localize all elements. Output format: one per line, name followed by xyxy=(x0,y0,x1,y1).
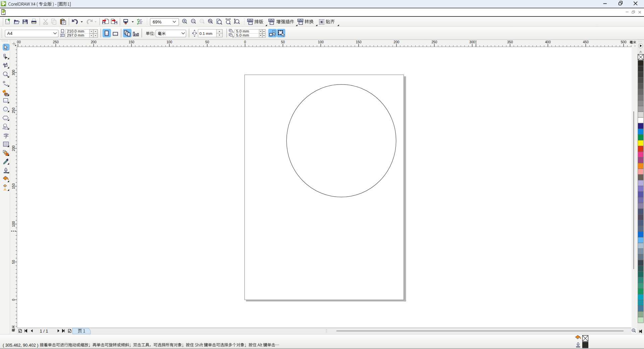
svg-text:5.0 mm: 5.0 mm xyxy=(236,33,249,37)
svg-text:210.0 mm: 210.0 mm xyxy=(67,29,85,33)
svg-text:297.0 mm: 297.0 mm xyxy=(67,33,85,37)
svg-text:y: y xyxy=(232,35,234,38)
svg-text:500: 500 xyxy=(621,40,627,44)
svg-text:A4: A4 xyxy=(7,31,12,36)
svg-text:50: 50 xyxy=(12,260,15,264)
svg-text:150: 150 xyxy=(129,40,135,44)
svg-text:x: x xyxy=(232,31,234,34)
svg-text:200: 200 xyxy=(12,145,15,151)
svg-text:100: 100 xyxy=(166,40,172,44)
svg-text:50: 50 xyxy=(205,40,209,44)
svg-text:150: 150 xyxy=(12,183,15,189)
svg-text:0: 0 xyxy=(244,40,246,44)
svg-text:69%: 69% xyxy=(153,19,162,24)
svg-text:250: 250 xyxy=(53,40,59,44)
svg-text:100: 100 xyxy=(12,221,15,227)
svg-text:0.1 mm: 0.1 mm xyxy=(200,31,213,36)
svg-text:250: 250 xyxy=(12,107,15,113)
svg-text:350: 350 xyxy=(507,40,513,44)
svg-text:300: 300 xyxy=(12,69,15,75)
svg-text:( 305.462, 90.402 ): ( 305.462, 90.402 ) xyxy=(3,343,38,348)
svg-text:1 / 1: 1 / 1 xyxy=(40,329,48,334)
svg-text:150: 150 xyxy=(356,40,362,44)
svg-text:300: 300 xyxy=(469,40,475,44)
svg-text:200: 200 xyxy=(91,40,97,44)
svg-text:450: 450 xyxy=(583,40,589,44)
svg-text:100: 100 xyxy=(318,40,324,44)
svg-text:250: 250 xyxy=(431,40,437,44)
svg-text:50: 50 xyxy=(281,40,285,44)
svg-text:0: 0 xyxy=(12,299,15,301)
svg-text:200: 200 xyxy=(394,40,399,44)
svg-text:400: 400 xyxy=(545,40,551,44)
svg-text:5.0 mm: 5.0 mm xyxy=(236,29,249,33)
